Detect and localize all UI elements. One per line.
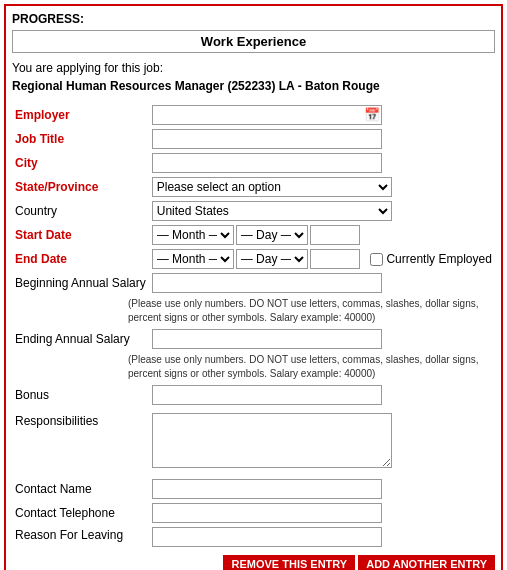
start-date-row: Start Date — Month — JanuaryFebruaryMarc…: [12, 223, 495, 247]
responsibilities-label: Responsibilities: [12, 411, 149, 473]
ending-salary-label: Ending Annual Salary: [12, 327, 149, 351]
entry-buttons: REMOVE THIS ENTRY ADD ANOTHER ENTRY: [12, 555, 495, 570]
ending-salary-hint: (Please use only numbers. DO NOT use let…: [15, 353, 492, 381]
employer-input[interactable]: [152, 105, 382, 125]
contact-name-input[interactable]: [152, 479, 382, 499]
city-row: City: [12, 151, 495, 175]
contact-telephone-input[interactable]: [152, 503, 382, 523]
job-title-label: Job Title: [12, 127, 149, 151]
country-select[interactable]: United States Canada Mexico United Kingd…: [152, 201, 392, 221]
start-month-select[interactable]: — Month — JanuaryFebruaryMarch AprilMayJ…: [152, 225, 234, 245]
work-experience-form: Employer 📅 Job Title City: [12, 103, 495, 549]
beginning-salary-row: Beginning Annual Salary: [12, 271, 495, 295]
currently-employed-label: Currently Employed: [370, 252, 491, 266]
currently-employed-checkbox[interactable]: [370, 253, 383, 266]
city-label: City: [12, 151, 149, 175]
end-day-select[interactable]: — Day —: [236, 249, 308, 269]
start-date-label: Start Date: [12, 223, 149, 247]
city-input[interactable]: [152, 153, 382, 173]
employer-label: Employer: [12, 103, 149, 127]
applying-line1: You are applying for this job:: [12, 59, 495, 77]
state-row: State/Province Please select an option: [12, 175, 495, 199]
ending-salary-row: Ending Annual Salary: [12, 327, 495, 351]
applying-text: You are applying for this job: Regional …: [12, 59, 495, 95]
state-select[interactable]: Please select an option: [152, 177, 392, 197]
state-label: State/Province: [12, 175, 149, 199]
bonus-label: Bonus: [12, 383, 149, 407]
beginning-salary-hint-row: (Please use only numbers. DO NOT use let…: [12, 295, 495, 327]
remove-entry-button[interactable]: REMOVE THIS ENTRY: [223, 555, 355, 570]
contact-name-label: Contact Name: [12, 477, 149, 501]
contact-name-row: Contact Name: [12, 477, 495, 501]
add-another-button[interactable]: ADD ANOTHER ENTRY: [358, 555, 495, 570]
calendar-icon[interactable]: 📅: [364, 107, 380, 122]
reason-row: Reason For Leaving: [12, 525, 495, 549]
start-year-input[interactable]: [310, 225, 360, 245]
main-container: PROGRESS: Work Experience You are applyi…: [4, 4, 503, 570]
bonus-row: Bonus: [12, 383, 495, 407]
bonus-input[interactable]: [152, 385, 382, 405]
ending-salary-hint-row: (Please use only numbers. DO NOT use let…: [12, 351, 495, 383]
end-month-select[interactable]: — Month — JanuaryFebruaryMarch AprilMayJ…: [152, 249, 234, 269]
reason-label: Reason For Leaving: [12, 525, 149, 549]
end-date-label: End Date: [12, 247, 149, 271]
employer-row: Employer 📅: [12, 103, 495, 127]
ending-salary-input[interactable]: [152, 329, 382, 349]
end-year-input[interactable]: [310, 249, 360, 269]
job-title-row: Job Title: [12, 127, 495, 151]
job-title-input[interactable]: [152, 129, 382, 149]
applying-line2: Regional Human Resources Manager (252233…: [12, 77, 495, 95]
beginning-salary-input[interactable]: [152, 273, 382, 293]
section-title: Work Experience: [12, 30, 495, 53]
beginning-salary-hint: (Please use only numbers. DO NOT use let…: [15, 297, 492, 325]
contact-telephone-label: Contact Telephone: [12, 501, 149, 525]
contact-telephone-row: Contact Telephone: [12, 501, 495, 525]
country-label: Country: [12, 199, 149, 223]
beginning-salary-label: Beginning Annual Salary: [12, 271, 149, 295]
start-date-inputs: — Month — JanuaryFebruaryMarch AprilMayJ…: [152, 225, 492, 245]
progress-label: PROGRESS:: [12, 12, 495, 26]
reason-input[interactable]: [152, 527, 382, 547]
end-date-inputs: — Month — JanuaryFebruaryMarch AprilMayJ…: [152, 249, 492, 269]
employer-input-wrap: 📅: [152, 105, 382, 125]
end-date-row: End Date — Month — JanuaryFebruaryMarch …: [12, 247, 495, 271]
country-row: Country United States Canada Mexico Unit…: [12, 199, 495, 223]
responsibilities-row: Responsibilities: [12, 411, 495, 473]
responsibilities-textarea[interactable]: [152, 413, 392, 468]
start-day-select[interactable]: — Day —: [236, 225, 308, 245]
